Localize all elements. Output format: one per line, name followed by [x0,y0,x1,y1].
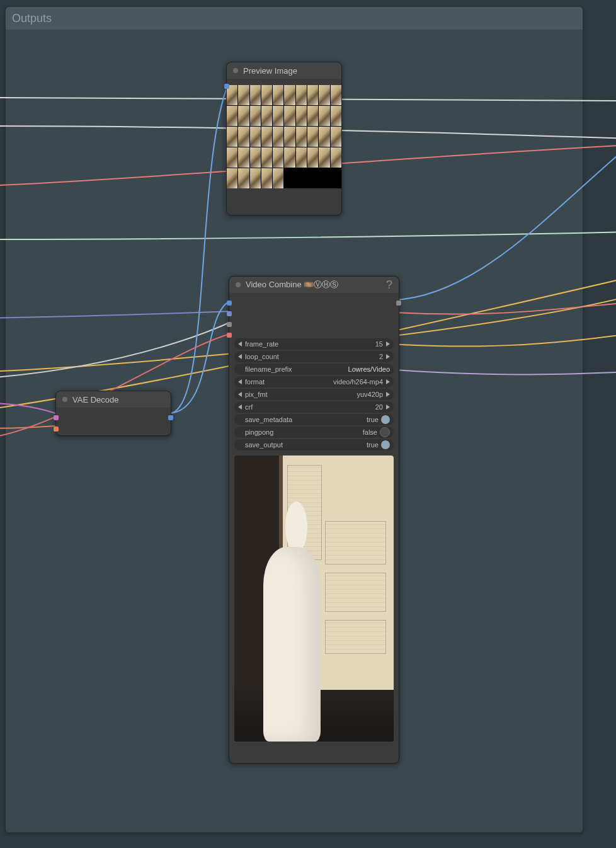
thumbnail-frame [273,85,283,105]
node-vae-decode[interactable]: VAE Decode [55,391,171,436]
thumbnail-frame [261,168,272,188]
thumbnail-frame [331,147,341,168]
node-header[interactable]: Preview Image [227,62,341,79]
thumbnail-frame [296,127,307,147]
input-port[interactable] [227,311,232,316]
widget-frame_rate[interactable]: frame_rate15 [234,338,394,350]
arrow-right-icon[interactable] [386,404,390,410]
group-header[interactable]: Outputs [6,7,583,30]
thumbnail-frame [331,127,341,147]
input-port[interactable] [227,301,232,306]
widget-label: filename_prefix [245,365,292,373]
thumbnail-frame [319,85,329,105]
widget-value: 15 [375,340,383,348]
node-graph-canvas[interactable]: Outputs Preview Image VAE Decode Video C… [0,0,616,848]
thumbnail-frame [284,168,295,188]
widget-value: Lowres/Video [348,365,390,373]
thumbnail-frame [296,147,307,168]
thumbnail-frame [296,85,307,105]
thumbnail-frame [273,168,283,188]
video-output-preview[interactable] [234,456,394,742]
input-port[interactable] [227,333,232,338]
thumbnail-frame [296,168,307,188]
thumbnail-frame [238,147,249,168]
thumbnail-frame [250,85,261,105]
input-port[interactable] [54,427,59,432]
arrow-left-icon[interactable] [238,404,242,410]
thumbnail-frame [227,168,237,188]
widget-pingpong[interactable]: pingpongfalse [234,427,394,438]
node-title: Preview Image [243,66,297,76]
widget-format[interactable]: formatvideo/h264-mp4 [234,376,394,387]
thumbnail-frame [307,168,318,188]
widget-filename_prefix[interactable]: filename_prefixLowres/Video [234,364,394,375]
widget-save_metadata[interactable]: save_metadatatrue [234,414,394,425]
node-preview-image[interactable]: Preview Image [226,62,342,215]
thumbnail-frame [250,127,261,147]
thumbnail-frame [307,106,318,126]
help-icon[interactable]: ? [386,277,392,293]
preview-sketch [325,521,386,564]
toggle-knob[interactable] [381,440,390,449]
thumbnail-frame [319,147,329,168]
arrow-left-icon[interactable] [238,341,242,347]
thumbnail-frame [307,127,318,147]
status-dot-icon [233,68,238,73]
thumbnail-frame [319,106,329,126]
arrow-right-icon[interactable] [386,379,390,384]
input-port[interactable] [54,415,59,420]
widget-value: false [363,428,377,436]
widget-value: 2 [379,353,383,360]
preview-sketch [325,620,386,654]
widget-value: video/h264-mp4 [333,378,383,386]
arrow-right-icon[interactable] [386,354,390,359]
preview-thumbnail-grid[interactable] [227,85,341,188]
thumbnail-frame [227,127,237,147]
thumbnail-frame [296,106,307,126]
thumbnail-frame [261,127,272,147]
widget-label: pix_fmt [245,391,267,398]
node-title: Video Combine 🎞️ⓋⒽⓈ [246,279,338,290]
thumbnail-frame [238,127,249,147]
thumbnail-frame [227,106,237,126]
status-dot-icon [236,282,241,287]
node-header[interactable]: VAE Decode [56,391,171,408]
thumbnail-frame [261,85,272,105]
output-port[interactable] [396,301,401,306]
arrow-right-icon[interactable] [386,392,390,397]
thumbnail-frame [273,147,283,168]
input-port[interactable] [224,84,229,89]
node-title: VAE Decode [72,395,118,404]
toggle-knob[interactable] [380,427,390,437]
preview-figure-body [263,547,321,742]
arrow-left-icon[interactable] [238,354,242,359]
arrow-right-icon[interactable] [386,341,390,347]
status-dot-icon [62,397,67,402]
thumbnail-frame [331,168,341,188]
node-header[interactable]: Video Combine 🎞️ⓋⒽⓈ ? [229,277,399,293]
thumbnail-frame [238,106,249,126]
thumbnail-frame [284,147,295,168]
thumbnail-frame [227,147,237,168]
toggle-knob[interactable] [381,415,390,424]
widget-loop_count[interactable]: loop_count2 [234,351,394,362]
arrow-left-icon[interactable] [238,392,242,397]
thumbnail-frame [238,85,249,105]
widget-crf[interactable]: crf20 [234,401,394,413]
thumbnail-frame [331,106,341,126]
input-port[interactable] [227,322,232,327]
output-port[interactable] [168,415,173,420]
preview-sketch [325,573,386,612]
widget-label: frame_rate [245,340,278,348]
thumbnail-frame [284,85,295,105]
thumbnail-frame [261,147,272,168]
thumbnail-frame [284,106,295,126]
arrow-left-icon[interactable] [238,379,242,384]
thumbnail-frame [250,106,261,126]
widget-save_output[interactable]: save_outputtrue [234,439,394,450]
group-title: Outputs [12,12,52,25]
node-video-combine[interactable]: Video Combine 🎞️ⓋⒽⓈ ? frame_rate15loop_c… [229,276,399,764]
widget-value: true [367,441,379,449]
widget-pix_fmt[interactable]: pix_fmtyuv420p [234,389,394,400]
widget-label: pingpong [245,428,273,436]
